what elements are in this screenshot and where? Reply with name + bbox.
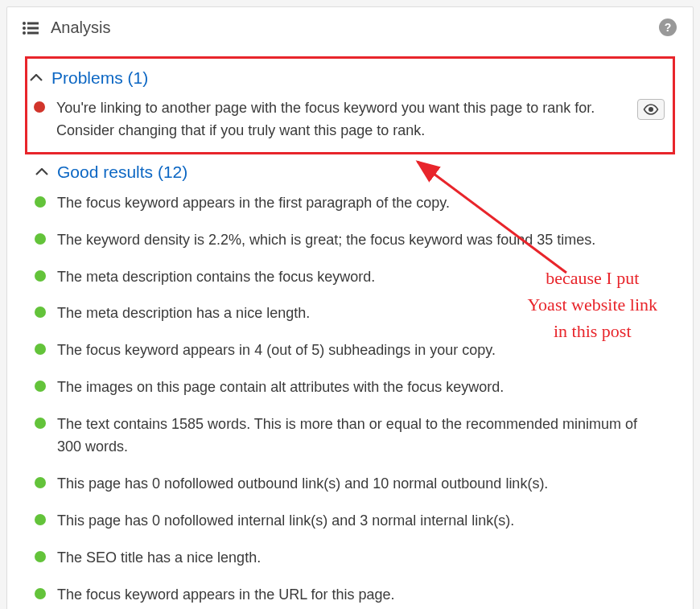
good-result-text: The keyword density is 2.2%, which is gr… bbox=[57, 229, 665, 252]
good-result-item: The meta description has a nice length. bbox=[35, 295, 665, 332]
status-bullet-green bbox=[35, 514, 46, 525]
status-bullet-green bbox=[35, 270, 46, 282]
good-results-list: The focus keyword appears in the first p… bbox=[7, 182, 693, 609]
good-result-item: The focus keyword appears in the URL for… bbox=[35, 577, 665, 609]
good-results-label: Good results (12) bbox=[57, 163, 187, 182]
status-bullet-green bbox=[35, 196, 46, 208]
problem-item: You're linking to another page with the … bbox=[29, 91, 665, 142]
panel-title: Analysis bbox=[51, 19, 110, 37]
problems-highlight: Problems (1) You're linking to another p… bbox=[25, 56, 675, 154]
analysis-panel: Analysis ? Problems (1) You're linking t… bbox=[6, 6, 694, 609]
problems-list: You're linking to another page with the … bbox=[29, 91, 665, 142]
good-result-item: The focus keyword appears in the first p… bbox=[35, 185, 665, 222]
svg-point-4 bbox=[23, 31, 26, 35]
good-result-item: The SEO title has a nice length. bbox=[35, 540, 665, 577]
status-bullet-green bbox=[35, 307, 46, 318]
status-bullet-green bbox=[35, 381, 46, 392]
help-icon[interactable]: ? bbox=[659, 19, 677, 36]
good-result-item: This page has 0 nofollowed internal link… bbox=[35, 503, 665, 540]
svg-rect-5 bbox=[27, 31, 39, 34]
good-results-header[interactable]: Good results (12) bbox=[7, 163, 693, 182]
problems-header[interactable]: Problems (1) bbox=[29, 65, 665, 91]
chevron-up-icon bbox=[29, 71, 43, 85]
svg-point-6 bbox=[649, 107, 653, 112]
good-result-item: The meta description contains the focus … bbox=[35, 259, 665, 296]
good-result-text: The text contains 1585 words. This is mo… bbox=[57, 414, 665, 459]
status-bullet-green bbox=[35, 344, 46, 355]
list-icon bbox=[22, 21, 39, 35]
good-result-item: The text contains 1585 words. This is mo… bbox=[35, 406, 665, 466]
good-result-text: The meta description contains the focus … bbox=[57, 266, 665, 289]
good-result-text: The meta description has a nice length. bbox=[57, 302, 665, 325]
svg-point-2 bbox=[23, 27, 26, 30]
status-bullet-green bbox=[35, 233, 46, 245]
good-result-text: The images on this page contain alt attr… bbox=[57, 377, 665, 399]
status-bullet-green bbox=[35, 551, 46, 562]
eye-icon[interactable] bbox=[637, 99, 665, 120]
svg-rect-3 bbox=[27, 27, 39, 29]
status-bullet-green bbox=[35, 588, 46, 599]
panel-header: Analysis ? bbox=[7, 7, 693, 51]
status-bullet-green bbox=[35, 418, 46, 429]
good-result-text: The focus keyword appears in 4 (out of 5… bbox=[57, 339, 665, 362]
good-result-text: The SEO title has a nice length. bbox=[57, 547, 665, 570]
svg-point-0 bbox=[23, 22, 26, 25]
problems-label: Problems (1) bbox=[51, 68, 148, 88]
good-result-item: This page has 0 nofollowed outbound link… bbox=[35, 466, 665, 503]
problem-text: You're linking to another page with the … bbox=[56, 97, 631, 142]
status-bullet-green bbox=[35, 477, 46, 488]
good-result-item: The focus keyword appears in 4 (out of 5… bbox=[35, 332, 665, 369]
chevron-up-icon bbox=[35, 165, 49, 179]
good-result-text: The focus keyword appears in the first p… bbox=[57, 192, 665, 215]
good-result-item: The keyword density is 2.2%, which is gr… bbox=[35, 222, 665, 259]
good-result-text: This page has 0 nofollowed outbound link… bbox=[57, 473, 665, 496]
good-result-text: The focus keyword appears in the URL for… bbox=[57, 584, 665, 607]
good-result-item: The images on this page contain alt attr… bbox=[35, 369, 665, 406]
good-result-text: This page has 0 nofollowed internal link… bbox=[57, 510, 665, 533]
svg-rect-1 bbox=[27, 22, 39, 24]
status-bullet-red bbox=[34, 101, 45, 113]
